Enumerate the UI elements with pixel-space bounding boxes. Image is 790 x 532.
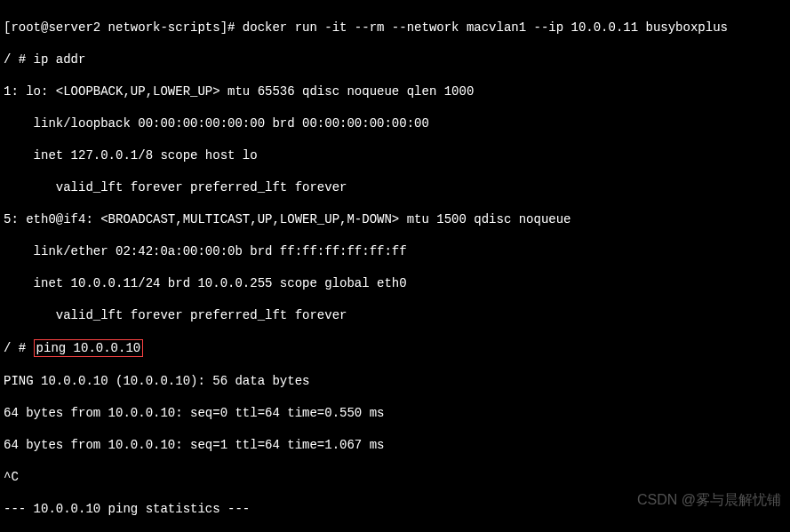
terminal-line: link/loopback 00:00:00:00:00:00 brd 00:0… <box>4 115 786 131</box>
terminal-line: 5: eth0@if4: <BROADCAST,MULTICAST,UP,LOW… <box>4 211 786 227</box>
terminal-line: 64 bytes from 10.0.0.10: seq=0 ttl=64 ti… <box>4 405 786 421</box>
terminal-line: link/ether 02:42:0a:00:00:0b brd ff:ff:f… <box>4 243 786 259</box>
terminal-line: inet 127.0.0.1/8 scope host lo <box>4 147 786 163</box>
terminal-line: ^C <box>4 469 786 485</box>
terminal-line: / # ip addr <box>4 52 786 67</box>
terminal-line: / # ping 10.0.0.10 <box>4 339 786 357</box>
terminal-line: valid_lft forever preferred_lft forever <box>4 307 786 323</box>
terminal-line: 64 bytes from 10.0.0.10: seq=1 ttl=64 ti… <box>4 437 786 453</box>
ping-command-highlight: ping 10.0.0.10 <box>34 339 144 357</box>
terminal-line: inet 10.0.0.11/24 brd 10.0.0.255 scope g… <box>4 275 786 291</box>
terminal-output[interactable]: [root@server2 network-scripts]# docker r… <box>4 4 786 532</box>
terminal-line: 1: lo: <LOOPBACK,UP,LOWER_UP> mtu 65536 … <box>4 83 786 99</box>
prompt-prefix: / # <box>4 341 34 355</box>
terminal-line: PING 10.0.0.10 (10.0.0.10): 56 data byte… <box>4 373 786 389</box>
terminal-line: valid_lft forever preferred_lft forever <box>4 179 786 195</box>
terminal-line: [root@server2 network-scripts]# docker r… <box>4 20 786 36</box>
watermark-text: CSDN @雾与晨解忧铺 <box>637 491 781 510</box>
